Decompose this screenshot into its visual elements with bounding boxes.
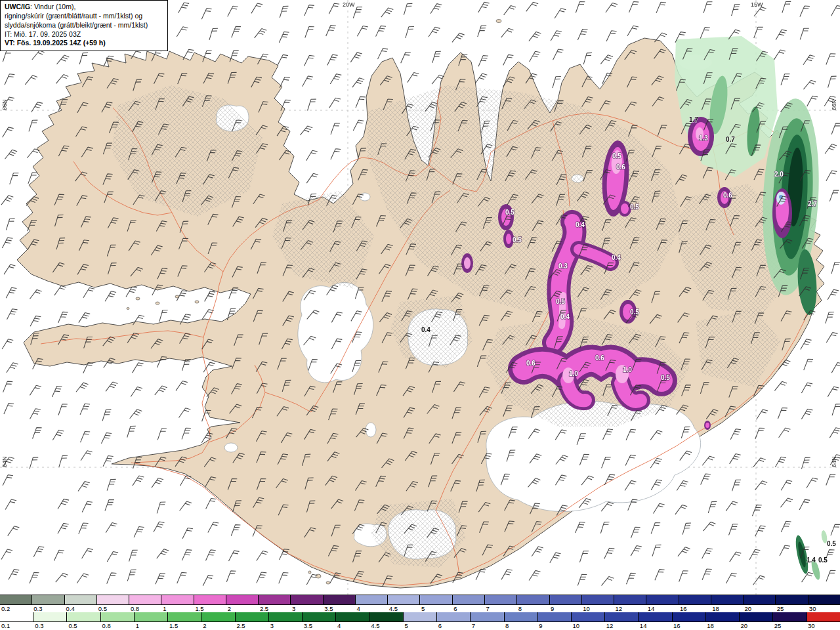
scale-label: 0.3 [33,622,67,629]
precip-value-label: 0.3 [558,262,568,270]
scale-label: 6 [437,622,471,629]
scale-segment [517,595,549,604]
precip-value-label: 0.5 [612,152,621,159]
scale-label: 30 [808,605,840,612]
scale-segment [370,612,404,621]
scale-segment [485,595,517,604]
scale-segment [0,595,32,604]
scale-label: 0.4 [64,605,96,612]
scale-segment [259,595,291,604]
scale-segment [538,612,572,621]
scale-segment [505,612,538,621]
legend: 0.20.30.40.50.811.522.533.544.5567891012… [0,595,840,630]
precip-value-label: 1.4 [807,556,816,564]
scale-segment [614,595,646,604]
scale-segment [646,595,679,604]
scale-label: 20 [739,622,772,629]
precip-value-label: 0.5 [630,203,639,211]
scale-segment [101,612,135,621]
scale-label: 4.5 [388,605,420,612]
scale-label: 0.5 [67,622,100,629]
precip-value-label: 0.5 [513,236,522,243]
grid-label: 15W [751,1,763,8]
rain-scale-bar [0,612,840,622]
scale-label: 25 [773,622,807,629]
scale-label: 3 [269,622,303,629]
scale-label: 1 [135,622,168,629]
scale-segment [33,612,67,621]
scale-segment [168,612,201,621]
grid-label: 66N [831,99,837,110]
scale-label: 10 [571,622,604,629]
valid-time: VT: Fös. 19.09.2025 14Z (+59 h) [5,39,163,48]
scale-segment [420,595,452,604]
sleet-snow-scale-labels: 0.20.30.40.50.811.522.533.544.5567891012… [0,605,840,612]
scale-segment [291,595,323,604]
scale-label: 18 [711,605,743,612]
scale-label: 0.8 [101,622,135,629]
sleet-snow-scale: 0.20.30.40.50.811.522.533.544.5567891012… [0,595,840,612]
scale-segment [129,595,161,604]
scale-segment [161,595,194,604]
precip-value-label: 0.5 [630,308,639,316]
model-name: UWC/IG [5,3,30,10]
precip-value-label: 0.5 [505,209,514,216]
scale-label: 30 [807,622,840,629]
scale-segment [324,595,356,604]
scale-label: 14 [646,605,679,612]
precip-value-label: 1.0 [623,366,632,373]
scale-label: 3 [291,605,323,612]
precip-value-label: 0.4 [576,221,585,228]
scale-label: 7 [471,622,504,629]
scale-label: 5 [420,605,452,612]
forecast-title-box: UWC/IG: Vindur (10m), rigning/skúrir (gr… [0,0,168,51]
precip-value-label: 0.5 [556,298,565,305]
scale-segment [226,595,259,604]
scale-segment [679,595,711,604]
title-line-2: rigning/skúrir (grænt/blátt/rautt - mm/1… [5,12,163,21]
scale-segment [201,612,235,621]
scale-label: 8 [517,605,549,612]
precip-value-label: 2.7 [808,200,817,207]
title-line-1: UWC/IG: Vindur (10m), [5,3,163,12]
scale-segment [194,595,226,604]
scale-segment [808,595,840,604]
scale-segment [453,595,485,604]
scale-segment [639,612,672,621]
scale-label: 0.2 [0,605,32,612]
precip-value-label: 0.6 [526,360,536,367]
precip-value-label: 0.4 [560,313,570,320]
scale-label: 1 [161,605,194,612]
scale-label: 2 [201,622,235,629]
grid-label: 66N [1,99,8,110]
precip-value-label: 0.4 [421,326,430,333]
scale-segment [776,595,808,604]
scale-label: 25 [776,605,808,612]
scale-label: 1.5 [194,605,226,612]
scale-label: 0.5 [97,605,129,612]
scale-label: 3.5 [303,622,336,629]
precip-value-label: 0.5 [661,374,670,381]
scale-segment [807,612,840,621]
scale-label: 8 [504,622,537,629]
grid-label: 20W [343,1,355,8]
scale-label: 2 [226,605,259,612]
scale-segment [0,612,33,621]
rain-scale: 0.10.30.50.811.522.533.544.5567891012141… [0,612,840,629]
scale-label: 2.5 [235,622,268,629]
scale-label: 5 [403,622,436,629]
scale-segment [236,612,269,621]
precip-value-label: 0.4 [612,254,621,261]
scale-segment [388,595,420,604]
precip-value-label: 1.7 [689,116,698,123]
scale-segment [706,612,740,621]
scale-label: 6 [452,605,484,612]
scale-segment [356,595,388,604]
scale-label: 0.3 [32,605,64,612]
scale-segment [437,612,471,621]
scale-label: 16 [679,605,711,612]
map-canvas: 20W15W66N66N64N64N 0.50.60.51.71.30.70.6… [0,0,840,595]
precip-value-label: 0.5 [827,540,836,547]
scale-label: 10 [581,605,614,612]
scale-segment [471,612,504,621]
